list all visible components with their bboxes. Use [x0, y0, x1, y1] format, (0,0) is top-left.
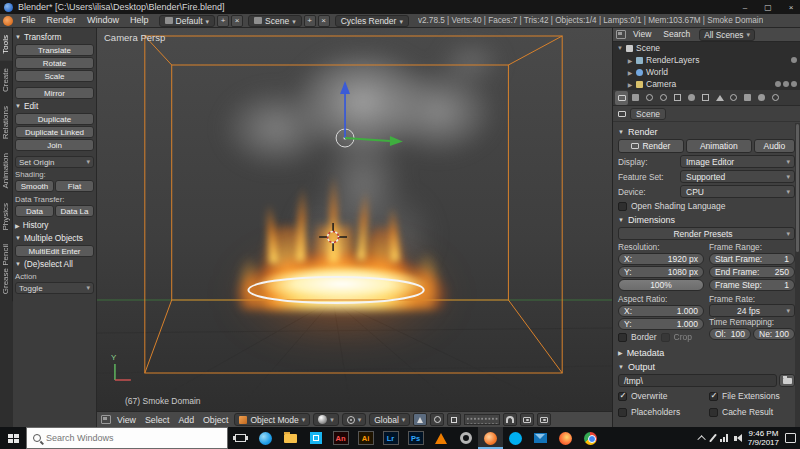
action-toggle-menu[interactable]: Toggle: [15, 282, 94, 294]
translate-button[interactable]: Translate: [15, 44, 94, 56]
start-button[interactable]: [0, 427, 26, 449]
store-button[interactable]: [303, 427, 328, 449]
tab-particles[interactable]: [755, 91, 768, 105]
menu-render[interactable]: Render: [42, 14, 82, 27]
add-scene-button[interactable]: +: [304, 15, 316, 27]
adobe-lightroom-button[interactable]: Lr: [378, 427, 403, 449]
tab-modifiers[interactable]: [699, 91, 712, 105]
smoke-domain-wireframe[interactable]: [145, 36, 562, 373]
outliner-menu-view[interactable]: View: [628, 28, 656, 41]
pivot-point-dropdown[interactable]: [342, 413, 367, 426]
firefox-button[interactable]: [553, 427, 578, 449]
menu-file[interactable]: File: [16, 14, 41, 27]
output-path-field[interactable]: /tmp\: [618, 374, 777, 387]
aspect-y-field[interactable]: Y:1.000: [618, 318, 704, 330]
frame-rate-dropdown[interactable]: 24 fps: [709, 304, 795, 317]
renderability-camera-icon[interactable]: [791, 81, 797, 87]
mirror-button[interactable]: Mirror: [15, 87, 94, 99]
tab-create[interactable]: Create: [0, 61, 13, 99]
render-toggle-icon[interactable]: [791, 57, 797, 63]
end-frame-field[interactable]: End Frame:250: [709, 266, 795, 278]
breadcrumb-scene-chip[interactable]: Scene: [630, 108, 666, 120]
tab-render[interactable]: [615, 91, 628, 105]
duplicate-button[interactable]: Duplicate: [15, 113, 94, 125]
scale-button[interactable]: Scale: [15, 70, 94, 82]
viewport-shading-dropdown[interactable]: [313, 413, 339, 426]
frame-step-field[interactable]: Frame Step:1: [709, 279, 795, 291]
cache-result-checkbox[interactable]: [709, 408, 718, 417]
feature-set-dropdown[interactable]: Supported: [680, 170, 795, 183]
rotate-button[interactable]: Rotate: [15, 57, 94, 69]
skype-button[interactable]: [503, 427, 528, 449]
placeholders-checkbox[interactable]: [618, 408, 627, 417]
edge-button[interactable]: [253, 427, 278, 449]
render-engine-dropdown[interactable]: Cycles Render: [335, 15, 409, 27]
minimize-button[interactable]: –: [736, 3, 754, 12]
tab-world[interactable]: [657, 91, 670, 105]
tab-texture[interactable]: [741, 91, 754, 105]
editor-type-icon[interactable]: [101, 415, 111, 424]
3d-cursor[interactable]: [319, 223, 347, 251]
transform-orientation-dropdown[interactable]: Global: [369, 413, 410, 426]
expand-triangle-icon[interactable]: ▶: [627, 57, 633, 64]
outliner-display-filter[interactable]: All Scenes: [699, 29, 755, 41]
device-dropdown[interactable]: CPU: [680, 185, 795, 198]
viewport-menu-object[interactable]: Object: [200, 415, 231, 425]
resolution-x-field[interactable]: X:1920 px: [618, 253, 704, 265]
display-dropdown[interactable]: Image Editor: [680, 155, 795, 168]
shade-smooth-button[interactable]: Smooth: [15, 180, 54, 192]
menu-window[interactable]: Window: [82, 14, 124, 27]
tab-relations[interactable]: Relations: [0, 99, 13, 146]
browse-folder-button[interactable]: [779, 374, 795, 387]
render-button[interactable]: Render: [618, 139, 684, 153]
3d-viewport[interactable]: Y Camera Persp (67) Smoke Domain: [97, 28, 612, 411]
transform-manipulator[interactable]: [336, 81, 403, 147]
crop-checkbox[interactable]: [661, 333, 670, 342]
mode-dropdown[interactable]: Object Mode: [234, 413, 310, 426]
chrome-button[interactable]: [578, 427, 603, 449]
aspect-x-field[interactable]: X:1.000: [618, 305, 704, 317]
add-layout-button[interactable]: +: [217, 15, 229, 27]
remap-old-field[interactable]: Ol:100: [709, 328, 751, 340]
join-button[interactable]: Join: [15, 139, 94, 151]
properties-scrollbar[interactable]: [795, 123, 800, 427]
panel-header-transform[interactable]: Transform: [15, 31, 94, 43]
scene-dropdown[interactable]: Scene: [248, 15, 302, 27]
blender-logo-icon[interactable]: [3, 16, 13, 26]
panel-header-multiple-objects[interactable]: Multiple Objects: [15, 232, 94, 244]
outliner-item-world[interactable]: ▶ World: [613, 66, 800, 78]
viewport-menu-select[interactable]: Select: [142, 415, 172, 425]
taskbar-clock[interactable]: 9:46 PM 7/9/2017: [748, 429, 779, 447]
panel-header-render[interactable]: Render: [618, 125, 795, 138]
close-button[interactable]: ×: [782, 3, 800, 12]
manipulator-translate-button[interactable]: [413, 413, 427, 426]
opengl-render-anim-button[interactable]: [537, 413, 551, 426]
menu-help[interactable]: Help: [125, 14, 154, 27]
expand-triangle-icon[interactable]: ▶: [627, 69, 633, 76]
tab-material[interactable]: [727, 91, 740, 105]
tab-animation[interactable]: Animation: [0, 146, 13, 196]
pen-icon[interactable]: [709, 434, 717, 443]
outliner-editor-icon[interactable]: [616, 30, 626, 39]
data-button[interactable]: Data: [15, 205, 54, 217]
volume-icon[interactable]: [734, 434, 742, 442]
expand-triangle-icon[interactable]: ▼: [617, 45, 623, 51]
adobe-photoshop-button[interactable]: Ps: [403, 427, 428, 449]
viewport-menu-view[interactable]: View: [114, 415, 139, 425]
multiedit-enter-button[interactable]: MultiEdit Enter: [15, 245, 94, 257]
shade-flat-button[interactable]: Flat: [55, 180, 94, 192]
network-icon[interactable]: [720, 434, 728, 442]
snap-toggle-button[interactable]: [503, 413, 517, 426]
media-player-button[interactable]: [428, 427, 453, 449]
settings-button[interactable]: [453, 427, 478, 449]
search-input[interactable]: [46, 433, 196, 443]
screen-layout-dropdown[interactable]: Default: [159, 15, 215, 27]
render-animation-button[interactable]: Animation: [686, 139, 752, 153]
maximize-button[interactable]: ▢: [759, 3, 777, 12]
data-layout-button[interactable]: Data La: [55, 205, 94, 217]
emitter-circle[interactable]: [248, 277, 423, 303]
overwrite-checkbox[interactable]: [618, 392, 627, 401]
border-checkbox[interactable]: [618, 333, 627, 342]
remap-new-field[interactable]: Ne:100: [753, 328, 795, 340]
panel-header-metadata[interactable]: Metadata: [618, 346, 795, 359]
